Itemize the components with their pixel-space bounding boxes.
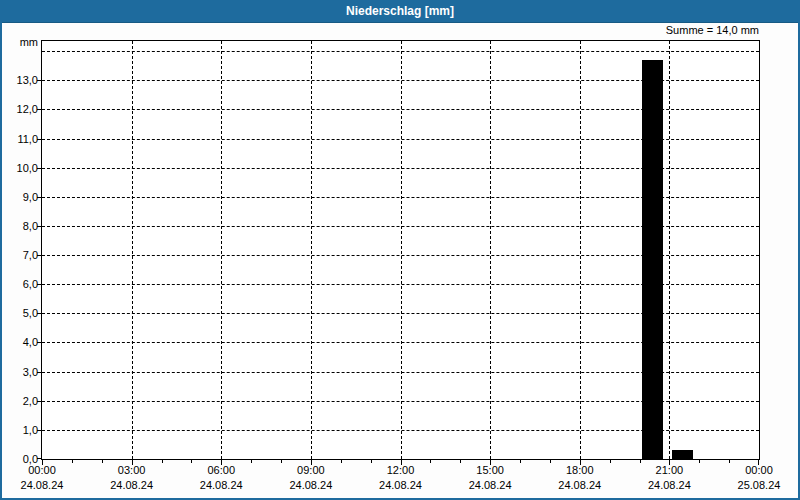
x-tick-date-label: 24.08.24 [634,479,704,492]
x-tick-time-label: 09:00 [276,464,346,477]
v-gridline [132,41,133,459]
precipitation-chart-window: Niederschlag [mm] Summe = 14,0 mm mm 0,0… [0,0,800,500]
precipitation-bar [672,450,694,459]
x-axis-minor-tick [550,460,551,463]
precipitation-bar [642,60,664,459]
x-tick-time-label: 21:00 [634,464,704,477]
x-axis-minor-tick [371,460,372,463]
x-tick-time-label: 12:00 [366,464,436,477]
x-tick-date-label: 24.08.24 [455,479,525,492]
y-axis-tick-label: 8,0 [0,220,38,232]
v-gridline [221,41,222,459]
y-axis-unit-label: mm [12,36,38,48]
x-axis-minor-tick [72,460,73,463]
v-gridline [580,41,581,459]
y-axis-tick-label: 5,0 [0,307,38,319]
v-gridline [311,41,312,459]
window-title-bar: Niederschlag [mm] [0,0,800,23]
x-axis-minor-tick [640,460,641,463]
x-tick-time-label: 18:00 [545,464,615,477]
plot-area: 0,01,02,03,04,05,06,07,08,09,010,011,012… [41,40,760,460]
x-tick-time-label: 15:00 [455,464,525,477]
y-axis-tick-label: 12,0 [0,103,38,115]
x-tick-date-label: 24.08.24 [97,479,167,492]
x-tick-time-label: 00:00 [724,464,794,477]
y-axis-tick-label: 4,0 [0,336,38,348]
window-title: Niederschlag [mm] [346,4,454,18]
y-axis-tick-label: 10,0 [0,162,38,174]
y-axis-tick-label: 2,0 [0,395,38,407]
sum-annotation: Summe = 14,0 mm [666,24,759,36]
x-axis-minor-tick [191,460,192,463]
v-gridline [490,41,491,459]
v-gridline [401,41,402,459]
x-tick-date-label: 24.08.24 [276,479,346,492]
x-axis-minor-tick [430,460,431,463]
x-axis-minor-tick [341,460,342,463]
x-axis-minor-tick [610,460,611,463]
y-axis-tick-label: 7,0 [0,249,38,261]
x-tick-time-label: 00:00 [7,464,77,477]
x-tick-date-label: 24.08.24 [7,479,77,492]
y-axis-tick-label: 9,0 [0,191,38,203]
v-gridline [669,41,670,459]
x-axis-minor-tick [460,460,461,463]
x-tick-time-label: 03:00 [97,464,167,477]
x-axis-minor-tick [162,460,163,463]
y-axis-tick-label: 6,0 [0,278,38,290]
x-tick-date-label: 24.08.24 [545,479,615,492]
x-axis-minor-tick [520,460,521,463]
x-axis-minor-tick [699,460,700,463]
x-tick-time-label: 06:00 [186,464,256,477]
x-tick-date-label: 25.08.24 [724,479,794,492]
x-tick-date-label: 24.08.24 [366,479,436,492]
x-axis-minor-tick [102,460,103,463]
y-axis-tick-label: 13,0 [0,74,38,86]
x-axis-minor-tick [251,460,252,463]
y-axis-tick-label: 1,0 [0,424,38,436]
x-axis-minor-tick [729,460,730,463]
y-axis-tick-label: 11,0 [0,133,38,145]
x-tick-date-label: 24.08.24 [186,479,256,492]
y-axis-tick-label: 3,0 [0,366,38,378]
x-axis-minor-tick [281,460,282,463]
